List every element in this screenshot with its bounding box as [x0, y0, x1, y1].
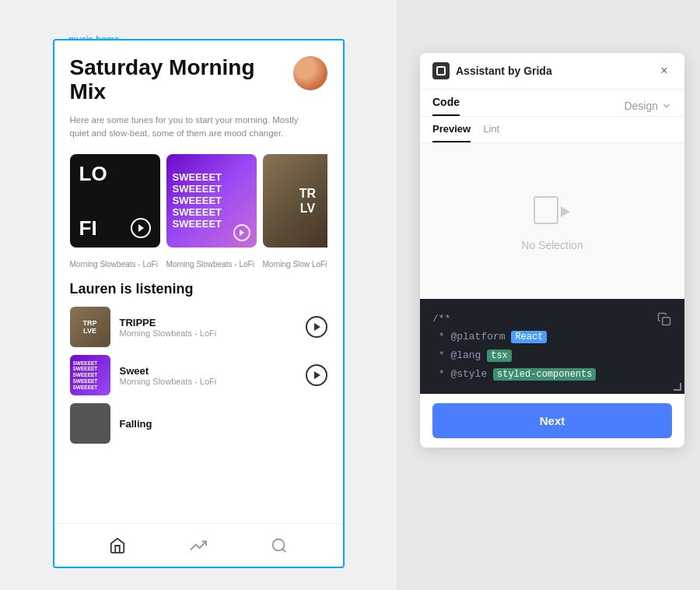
copy-icon [657, 312, 671, 326]
tab-code[interactable]: Code [432, 96, 460, 116]
card-label-3: Morning Slow LoFi [263, 260, 343, 269]
card-labels: Morning Slowbeats - LoFi Morning Slowbea… [70, 260, 327, 269]
no-selection-icon [533, 191, 572, 230]
track-thumb-falling [70, 403, 110, 444]
copy-button[interactable] [653, 308, 675, 330]
grida-icon-inner [436, 66, 446, 76]
listening-section: Lauren is listening TRPLVE TRIPPE Mornin… [70, 281, 327, 444]
mobile-content: Saturday Morning Mix Here are some tunes… [54, 40, 343, 523]
grida-icon [432, 62, 450, 79]
no-selection-area: No Selection [420, 143, 684, 299]
play-triangle-icon [138, 224, 144, 232]
play-icon-sweet [314, 371, 320, 379]
track-info-falling: Falling [120, 418, 327, 430]
mobile-header: Saturday Morning Mix [70, 56, 327, 104]
play-button-sweet[interactable] [233, 224, 250, 241]
trp-thumb-text: TRPLVE [83, 319, 97, 335]
sub-tab-lint[interactable]: Lint [483, 123, 499, 142]
code-block: /** * @platform React * @lang tsx * @sty… [420, 299, 684, 394]
track-info-trippe: TRIPPE Morning Slowbeats - LoFi [120, 317, 296, 338]
tab-design-label: Design [624, 100, 658, 112]
music-card-lofi[interactable]: LO FI [70, 154, 160, 248]
track-item-falling[interactable]: Falling [70, 403, 327, 444]
lofi-text-bottom: FI [79, 218, 97, 238]
svg-line-1 [282, 549, 285, 552]
music-card-sweet[interactable]: SWEEEETSWEEEETSWEEEETSWEEEETSWEEEET [166, 154, 257, 248]
next-button[interactable]: Next [432, 403, 672, 438]
svg-point-0 [272, 539, 284, 550]
photo-card-text: TRLV [299, 186, 316, 216]
nav-trending-icon[interactable] [189, 536, 208, 555]
music-card-photo[interactable]: TRLV [263, 154, 327, 248]
assistant-panel: Assistant by Grida × Code Design Preview… [420, 53, 684, 448]
play-triangle-sm-icon [240, 230, 244, 236]
mobile-subtitle: Here are some tunes for you to start you… [70, 114, 303, 141]
svg-marker-3 [561, 206, 570, 217]
sub-tabs: Preview Lint [420, 117, 684, 143]
section-title: Lauren is listening [70, 281, 327, 297]
play-button-lofi[interactable] [131, 218, 151, 238]
code-line-3: * @lang tsx [432, 346, 672, 365]
mobile-title: Saturday Morning Mix [70, 56, 288, 104]
code-line-2: * @platform React [432, 328, 672, 346]
play-large-icon [533, 191, 572, 230]
track-thumb-sweet: SWEEEETSWEEEETSWEEEETSWEEEETSWEEEET [70, 355, 110, 395]
style-keyword: styled-components [493, 368, 596, 381]
track-play-trippe[interactable] [306, 316, 327, 338]
close-button[interactable]: × [656, 63, 672, 79]
track-artist-trippe: Morning Slowbeats - LoFi [120, 328, 296, 338]
track-thumb-trippe: TRPLVE [70, 307, 110, 347]
track-name-falling: Falling [120, 418, 327, 430]
svg-rect-4 [663, 318, 670, 325]
card-label-1: Morning Slowbeats - LoFi [70, 260, 160, 269]
track-item-sweet[interactable]: SWEEEETSWEEEETSWEEEETSWEEEETSWEEEET Swee… [70, 355, 327, 395]
sub-tab-preview[interactable]: Preview [432, 123, 471, 142]
assistant-title: Assistant by Grida [456, 65, 552, 77]
play-icon-trippe [314, 323, 320, 331]
assistant-tabs: Code Design [420, 90, 684, 117]
no-selection-text: No Selection [521, 239, 583, 251]
tsx-keyword: tsx [487, 349, 512, 362]
svg-rect-2 [534, 197, 558, 223]
track-info-sweet: Sweet Morning Slowbeats - LoFi [120, 365, 296, 386]
mobile-frame: Saturday Morning Mix Here are some tunes… [53, 39, 345, 568]
cards-row: LO FI SWEEEETSWEEEETSWEEEETSWEEEETSWEEEE… [70, 154, 327, 248]
sweet-card-text: SWEEEETSWEEEETSWEEEETSWEEEETSWEEEET [173, 172, 250, 230]
code-line-4: * @style styled-components [432, 365, 672, 384]
react-keyword: React [511, 331, 547, 343]
mobile-bottom-nav [54, 523, 343, 567]
track-name-trippe: TRIPPE [120, 317, 296, 328]
track-artist-sweet: Morning Slowbeats - LoFi [120, 377, 296, 386]
code-line-1: /** [432, 310, 672, 328]
chevron-down-icon [661, 100, 672, 111]
mobile-panel: music-home Saturday Morning Mix Here are… [0, 0, 397, 590]
track-item-trippe[interactable]: TRPLVE TRIPPE Morning Slowbeats - LoFi [70, 307, 327, 347]
track-play-sweet[interactable] [306, 364, 327, 386]
tab-design-dropdown[interactable]: Design [624, 100, 672, 112]
assistant-title-row: Assistant by Grida [432, 62, 552, 79]
lofi-text-top: LO [79, 163, 151, 184]
track-name-sweet: Sweet [120, 365, 296, 377]
card-label-2: Morning Slowbeats - LoFi [166, 260, 257, 269]
assistant-header: Assistant by Grida × [420, 53, 684, 90]
resize-handle[interactable] [674, 383, 681, 391]
nav-home-icon[interactable] [108, 536, 127, 555]
nav-search-icon[interactable] [270, 536, 289, 555]
avatar-image [293, 56, 327, 90]
sweet-thumb-text: SWEEEETSWEEEETSWEEEETSWEEEETSWEEEET [73, 360, 107, 391]
avatar [293, 56, 327, 90]
